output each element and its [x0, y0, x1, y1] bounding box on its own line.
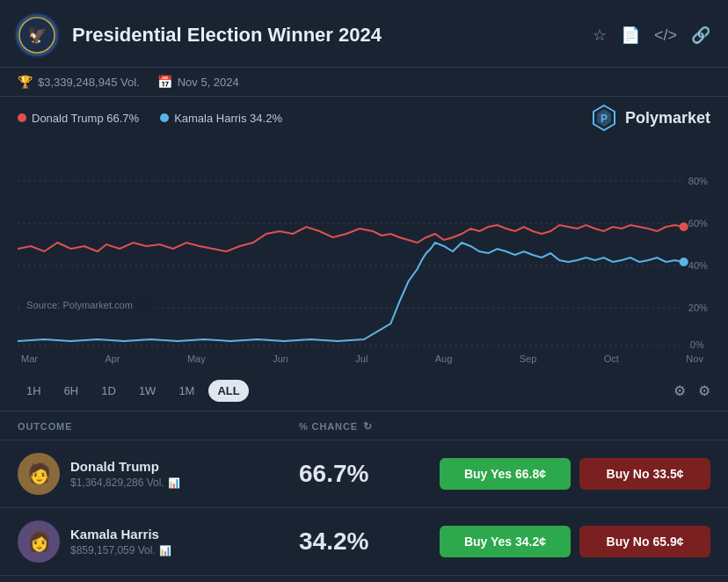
outcome-col-header: OUTCOME	[18, 421, 299, 432]
harris-buy-no[interactable]: Buy No 65.9¢	[579, 526, 710, 557]
harris-volume: $859,157,059 Vol. 📊	[70, 544, 171, 557]
harris-legend-label: Kamala Harris 34.2%	[174, 112, 282, 125]
document-icon[interactable]: 📄	[621, 25, 640, 45]
polymarket-logo-icon: P	[590, 104, 618, 132]
date-item: 📅 Nov 5, 2024	[157, 75, 239, 89]
trump-buy-no[interactable]: Buy No 33.5¢	[579, 458, 710, 490]
trump-legend-dot	[18, 113, 26, 122]
harris-row: 👩 Kamala Harris $859,157,059 Vol. 📊 34.2…	[0, 508, 728, 576]
svg-text:40%: 40%	[688, 260, 708, 271]
x-label-aug: Aug	[435, 353, 453, 364]
harris-vol-icon: 📊	[159, 545, 171, 557]
outcome-header: OUTCOME % CHANCE ↻	[0, 411, 728, 440]
legend-row: Donald Trump 66.7% Kamala Harris 34.2% P…	[0, 97, 728, 139]
harris-buy-yes[interactable]: Buy Yes 34.2¢	[440, 526, 571, 557]
svg-text:Source: Polymarket.com: Source: Polymarket.com	[26, 300, 133, 310]
trump-row: 🧑 Donald Trump $1,364,829,286 Vol. 📊 66.…	[0, 440, 728, 508]
x-label-jul: Jul	[355, 353, 368, 364]
settings-icon[interactable]: ⚙	[698, 382, 710, 399]
calendar-icon: 📅	[157, 75, 172, 89]
filter-1m[interactable]: 1M	[170, 380, 203, 402]
svg-text:20%: 20%	[688, 302, 708, 313]
page-title: Presidential Election Winner 2024	[72, 24, 593, 47]
trump-text: Donald Trump $1,364,829,286 Vol. 📊	[70, 459, 180, 489]
chart-svg: 80% 60% 40% 20% 0% Source: Polymarket.co	[18, 139, 710, 350]
filter-1h[interactable]: 1H	[18, 380, 50, 402]
volume-item: 🏆 $3,339,248,945 Vol.	[18, 75, 140, 89]
x-label-jun: Jun	[273, 353, 288, 364]
filter-6h[interactable]: 6H	[55, 380, 88, 402]
polymarket-brand: P Polymarket	[590, 104, 710, 132]
svg-point-17	[680, 222, 688, 231]
svg-text:60%: 60%	[688, 218, 708, 229]
x-label-mar: Mar	[21, 353, 38, 364]
trophy-icon: 🏆	[18, 75, 33, 89]
outcome-label: OUTCOME	[18, 421, 72, 432]
harris-avatar: 👩	[18, 520, 60, 563]
harris-legend: Kamala Harris 34.2%	[160, 112, 282, 125]
trump-name: Donald Trump	[70, 459, 180, 474]
filter-all[interactable]: ALL	[208, 380, 248, 402]
harris-legend-dot	[160, 113, 169, 122]
chart-x-labels: Mar Apr May Jun Jul Aug Sep Oct Nov	[18, 350, 710, 367]
header-logo: 🦅	[14, 12, 60, 58]
chart-container: 80% 60% 40% 20% 0% Source: Polymarket.co	[0, 139, 728, 367]
trump-avatar: 🧑	[18, 453, 60, 495]
sub-header: 🏆 $3,339,248,945 Vol. 📅 Nov 5, 2024	[0, 68, 728, 97]
star-icon[interactable]: ☆	[593, 25, 607, 45]
trump-chance: 66.7%	[299, 460, 440, 488]
trump-btn-group: Buy Yes 66.8¢ Buy No 33.5¢	[440, 458, 710, 490]
harris-name: Kamala Harris	[70, 527, 171, 542]
trump-vol-icon: 📊	[168, 477, 180, 489]
x-label-sep: Sep	[520, 353, 537, 364]
refresh-icon[interactable]: ↻	[363, 420, 373, 433]
date-text: Nov 5, 2024	[178, 76, 239, 89]
filter-sliders-icon[interactable]: ⚙	[673, 382, 686, 399]
harris-text: Kamala Harris $859,157,059 Vol. 📊	[70, 527, 171, 557]
header: 🦅 Presidential Election Winner 2024 ☆ 📄 …	[0, 0, 728, 68]
x-label-nov: Nov	[686, 353, 703, 364]
x-label-apr: Apr	[105, 353, 120, 364]
code-icon[interactable]: </>	[654, 26, 677, 45]
chance-label: % CHANCE	[299, 421, 358, 432]
svg-point-18	[680, 258, 688, 266]
harris-btn-group: Buy Yes 34.2¢ Buy No 65.9¢	[440, 526, 710, 557]
trump-legend-label: Donald Trump 66.7%	[32, 112, 139, 125]
harris-info: 👩 Kamala Harris $859,157,059 Vol. 📊	[18, 520, 299, 563]
volume-text: $3,339,248,945 Vol.	[38, 76, 140, 89]
harris-chance: 34.2%	[299, 527, 440, 556]
svg-text:0%: 0%	[690, 339, 704, 350]
trump-buy-yes[interactable]: Buy Yes 66.8¢	[440, 458, 571, 490]
chance-col-header: % CHANCE ↻	[299, 420, 440, 433]
link-icon[interactable]: 🔗	[691, 25, 710, 45]
trump-legend: Donald Trump 66.7%	[18, 112, 139, 125]
trump-info: 🧑 Donald Trump $1,364,829,286 Vol. 📊	[18, 453, 299, 495]
time-filter-bar: 1H 6H 1D 1W 1M ALL ⚙ ⚙	[0, 371, 728, 411]
main-container: 🦅 Presidential Election Winner 2024 ☆ 📄 …	[0, 0, 728, 582]
header-icons: ☆ 📄 </> 🔗	[593, 25, 710, 45]
time-filter-right: ⚙ ⚙	[673, 382, 710, 399]
trump-volume: $1,364,829,286 Vol. 📊	[70, 477, 180, 489]
filter-1w[interactable]: 1W	[130, 380, 165, 402]
filter-1d[interactable]: 1D	[92, 380, 125, 402]
svg-text:80%: 80%	[688, 176, 708, 186]
polymarket-label: Polymarket	[625, 109, 710, 127]
svg-text:🦅: 🦅	[27, 25, 47, 45]
x-label-oct: Oct	[604, 353, 619, 364]
x-label-may: May	[187, 353, 206, 364]
chart-wrapper: 80% 60% 40% 20% 0% Source: Polymarket.co	[18, 139, 710, 350]
svg-text:P: P	[601, 113, 608, 125]
